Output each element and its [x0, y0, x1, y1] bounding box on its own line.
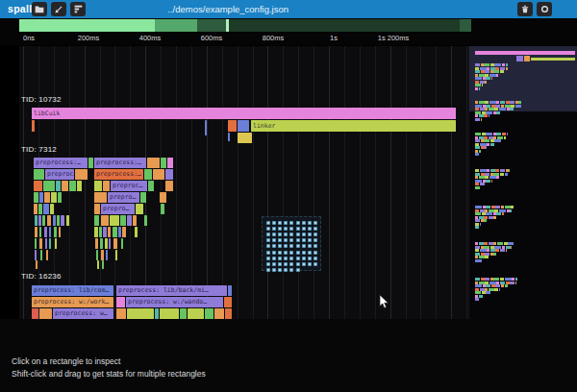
selection-grid-cell[interactable] — [266, 221, 270, 225]
selection-grid-cell[interactable] — [272, 238, 276, 242]
minimap-thumb[interactable] — [475, 242, 514, 262]
span-bar[interactable] — [94, 181, 102, 191]
span-bar[interactable] — [39, 308, 52, 319]
span-bar[interactable]: preprocess: w:/work… — [32, 297, 113, 307]
selection-grid-cell[interactable] — [284, 244, 288, 248]
selection-grid-cell[interactable] — [289, 227, 293, 231]
selection-grid-cell[interactable] — [278, 251, 282, 255]
span-bar[interactable] — [32, 308, 38, 319]
span-bar[interactable] — [94, 192, 107, 203]
selection-grid-cell[interactable] — [302, 221, 306, 225]
span-bar[interactable] — [225, 308, 232, 319]
span-bar[interactable] — [161, 204, 164, 214]
span-bar[interactable] — [121, 238, 123, 249]
minimap-thumb[interactable] — [475, 63, 508, 90]
selection-grid-cell[interactable] — [314, 244, 317, 248]
trace-overview-strip[interactable] — [0, 18, 577, 33]
selection-grid-cell[interactable] — [272, 262, 276, 266]
span-bar[interactable] — [122, 227, 126, 237]
span-bar[interactable] — [167, 158, 173, 168]
span-bar[interactable]: preprocess: lib/back/mi… — [116, 285, 227, 296]
selection-grid-cell[interactable] — [284, 221, 288, 225]
span-bar[interactable] — [35, 227, 38, 237]
selection-grid-cell[interactable] — [314, 251, 317, 255]
selection-grid-cell[interactable] — [278, 227, 282, 231]
span-bar[interactable]: preproc… — [111, 181, 147, 191]
span-bar[interactable] — [94, 227, 98, 237]
span-bar[interactable] — [75, 169, 88, 180]
selection-grid-cell[interactable] — [296, 251, 300, 255]
span-bar[interactable] — [103, 227, 107, 237]
span-bar[interactable] — [34, 181, 42, 191]
selection-grid-cell[interactable] — [278, 233, 282, 236]
span-bar[interactable] — [155, 308, 159, 319]
span-bar[interactable] — [96, 250, 98, 260]
span-bar[interactable] — [42, 215, 45, 226]
selection-grid-cell[interactable] — [272, 251, 276, 255]
selection-grid-cell[interactable] — [314, 238, 317, 242]
span-bar[interactable] — [147, 158, 160, 168]
span-bar[interactable] — [160, 192, 166, 203]
span-bar[interactable]: preprocess:… — [94, 158, 146, 168]
span-bar[interactable] — [113, 227, 117, 237]
selection-grid-cell[interactable] — [314, 233, 317, 236]
selection-grid-cell[interactable] — [278, 257, 282, 260]
span-bar[interactable] — [238, 120, 249, 132]
span-bar[interactable] — [165, 181, 173, 191]
selection-grid-cell[interactable] — [302, 257, 306, 260]
span-bar[interactable] — [54, 227, 57, 237]
span-bar[interactable] — [161, 158, 166, 168]
span-bar[interactable] — [47, 215, 51, 226]
span-bar[interactable] — [113, 238, 117, 249]
selection-grid-cell[interactable] — [266, 257, 270, 260]
minimap-thumb[interactable] — [475, 101, 521, 121]
selection-grid-cell[interactable] — [289, 268, 293, 272]
selection-grid-cell[interactable] — [296, 262, 300, 266]
selection-grid-cell[interactable] — [266, 251, 270, 255]
selection-grid-cell[interactable] — [308, 244, 312, 248]
span-bar[interactable] — [110, 215, 119, 226]
span-bar[interactable] — [32, 120, 35, 132]
span-bar[interactable] — [94, 204, 100, 214]
span-bar[interactable] — [51, 192, 57, 203]
selection-grid-cell[interactable] — [289, 221, 293, 225]
selection-grid-cell[interactable] — [314, 221, 317, 225]
span-bar[interactable] — [109, 238, 111, 249]
selection-grid-cell[interactable] — [302, 227, 306, 231]
span-bar[interactable]: preprocess: w:/wando… — [126, 297, 223, 307]
span-bar[interactable] — [188, 308, 204, 319]
settings-button[interactable] — [537, 2, 552, 16]
selection-grid-cell[interactable] — [289, 251, 293, 255]
span-bar[interactable] — [144, 169, 152, 180]
span-bar[interactable] — [127, 215, 132, 226]
selection-grid-cell[interactable] — [302, 244, 306, 248]
selection-grid-cell[interactable] — [266, 238, 270, 242]
selection-grid-cell[interactable] — [266, 262, 270, 266]
span-bar[interactable] — [88, 158, 93, 168]
selection-grid-cell[interactable] — [289, 238, 293, 242]
selection-grid-cell[interactable] — [284, 233, 288, 236]
span-bar[interactable] — [140, 192, 146, 203]
span-bar[interactable] — [77, 181, 82, 191]
selection-grid-cell[interactable] — [296, 244, 300, 248]
span-bar[interactable] — [127, 308, 154, 319]
span-bar[interactable]: linker — [251, 120, 456, 132]
span-bar[interactable] — [57, 215, 60, 226]
span-bar[interactable] — [69, 181, 76, 191]
span-bar[interactable] — [103, 181, 110, 191]
selection-grid-cell[interactable] — [296, 268, 300, 272]
selection-grid-cell[interactable] — [289, 262, 293, 266]
selection-grid-cell[interactable] — [314, 262, 317, 266]
span-bar[interactable]: preprocess:… — [94, 169, 143, 180]
selection-grid-cell[interactable] — [278, 262, 282, 266]
span-bar[interactable] — [39, 192, 43, 203]
span-bar[interactable] — [100, 238, 103, 249]
span-bar[interactable] — [94, 215, 99, 226]
selection-grid-cell[interactable] — [308, 251, 312, 255]
span-bar[interactable] — [148, 181, 154, 191]
flamegraph-timeline[interactable]: TID: 10732libCuiklinkerTID: 7312preproce… — [19, 46, 468, 319]
selection-grid-cell[interactable] — [296, 233, 300, 236]
span-bar[interactable] — [228, 120, 237, 132]
span-bar[interactable] — [228, 285, 232, 296]
span-bar[interactable] — [160, 308, 179, 319]
